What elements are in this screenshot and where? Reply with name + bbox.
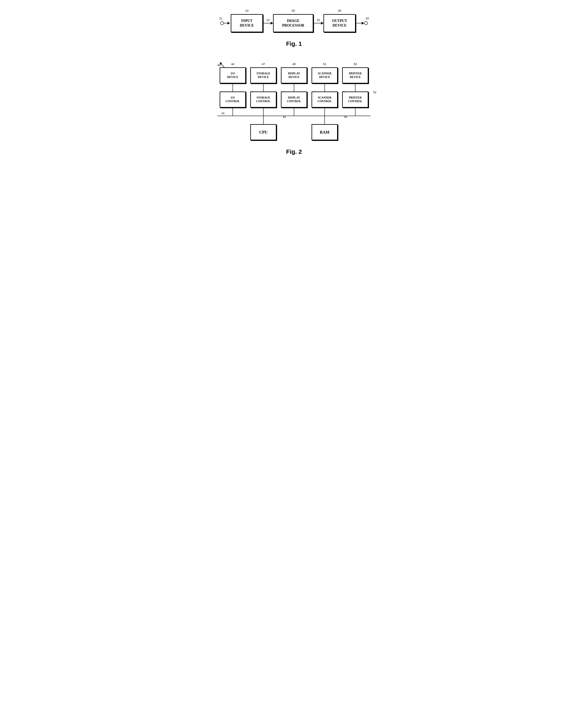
input-signal-circle [220, 21, 224, 25]
scanner-vert-line-bottom [324, 108, 325, 116]
output-device-label: OUTPUT DEVICE [332, 19, 347, 28]
scanner-vert-line-top [324, 83, 325, 91]
printer-device-box: PRINTER DEVICE [342, 67, 368, 83]
cpu-vert-line-top [263, 116, 264, 124]
fig1-caption: Fig. 1 [286, 40, 302, 47]
ref-41: 41 [221, 112, 225, 115]
ref-52: 52 [373, 91, 376, 94]
bus-line [217, 116, 371, 116]
ram-box: RAM [312, 124, 338, 140]
display-control-box: DISPLAY CONTROL [281, 91, 307, 108]
storage-control-box: STORAGE CONTROL [250, 91, 276, 108]
bus-wrapper: 41 [215, 116, 373, 116]
display-device-box: DISPLAY DEVICE [281, 67, 307, 83]
ram-col: 45 RAM [309, 116, 340, 140]
scanner-control-col: SCANNER CONTROL 50 [312, 91, 338, 116]
input-device-box: INPUT DEVICE [231, 14, 263, 32]
image-processor-box: IMAGE PROCESSOR [273, 14, 313, 32]
cpu-col: 42 CPU [248, 116, 279, 140]
ram-vert-line-top [324, 116, 325, 124]
arrow-31-wrapper: 31 [313, 23, 323, 23]
io-control-label: I/O CONTROL [226, 96, 240, 103]
io-vert-line-top [233, 83, 233, 91]
fig2-diagram: 40 44 I/O DEVICE 47 STORAGE DEVICE [215, 59, 373, 140]
figure-1: 11 10 INPUT DEVICE 12 20 IMAGE PROCESSOR [215, 8, 373, 47]
storage-vert-line-top [263, 83, 264, 91]
ref-10: 10 [245, 9, 249, 12]
cpu-box: CPU [250, 124, 276, 140]
cpu-label: CPU [259, 130, 267, 135]
input-device-wrapper: 10 INPUT DEVICE [231, 14, 263, 32]
printer-vert-line-top [355, 83, 355, 91]
input-device-label: INPUT DEVICE [240, 19, 254, 28]
scanner-device-col: 51 SCANNER DEVICE [312, 67, 338, 91]
ref-49: 49 [292, 62, 296, 66]
arrow-31 [313, 23, 323, 23]
display-control-label: DISPLAY CONTROL [287, 96, 301, 103]
figure-2: 40 44 I/O DEVICE 47 STORAGE DEVICE [215, 59, 373, 155]
storage-control-col: STORAGE CONTROL 46 [250, 91, 276, 116]
printer-vert-line-bottom [355, 108, 355, 116]
ref-32: 32 [366, 17, 369, 20]
ref-45: 45 [344, 115, 347, 119]
display-vert-line-top [294, 83, 294, 91]
printer-control-box: PRINTER CONTROL [342, 91, 368, 108]
ref-11: 11 [219, 17, 222, 20]
io-device-label: I/O DEVICE [227, 72, 238, 79]
io-device-box: I/O DEVICE [220, 67, 246, 83]
fig2-control-row: I/O CONTROL 43 STORAGE CONTROL 46 DISPLA… [215, 91, 373, 116]
ref-53: 53 [354, 62, 357, 66]
display-vert-line-bottom [294, 108, 294, 116]
scanner-control-box: SCANNER CONTROL [312, 91, 338, 108]
io-device-col: 44 I/O DEVICE [220, 67, 246, 91]
ref-51: 51 [323, 62, 326, 66]
ref-42: 42 [283, 115, 286, 119]
arrowhead-output [362, 22, 364, 25]
io-control-box: I/O CONTROL [220, 91, 246, 108]
fig2-top-devices-row: 44 I/O DEVICE 47 STORAGE DEVICE 49 DISPL… [215, 67, 373, 91]
arrow-12 [263, 23, 273, 23]
ref-12: 12 [266, 18, 270, 22]
fig2-bottom-row: 42 CPU 45 RAM [215, 116, 373, 140]
ref-47: 47 [262, 62, 265, 66]
image-processor-label: IMAGE PROCESSOR [282, 19, 304, 28]
printer-device-label: PRINTER DEVICE [349, 72, 362, 79]
io-vert-line-bottom [233, 108, 233, 116]
display-device-col: 49 DISPLAY DEVICE [281, 67, 307, 91]
printer-control-label: PRINTER CONTROL [348, 96, 363, 103]
output-signal-circle [364, 21, 368, 25]
fig1-diagram: 11 10 INPUT DEVICE 12 20 IMAGE PROCESSOR [220, 14, 368, 32]
storage-control-label: STORAGE CONTROL [256, 96, 271, 103]
ram-label: RAM [320, 130, 329, 135]
image-processor-wrapper: 20 IMAGE PROCESSOR [273, 14, 313, 32]
output-signal-wrapper: 32 [356, 21, 368, 25]
ref-44: 44 [231, 62, 234, 66]
storage-device-col: 47 STORAGE DEVICE [250, 67, 276, 91]
printer-control-col: PRINTER CONTROL 52 [342, 91, 368, 116]
storage-vert-line-bottom [263, 108, 264, 116]
ref-31: 31 [317, 18, 320, 22]
scanner-device-box: SCANNER DEVICE [312, 67, 338, 83]
ref-20: 20 [292, 9, 295, 12]
scanner-device-label: SCANNER DEVICE [318, 72, 331, 79]
display-control-col: DISPLAY CONTROL 48 [281, 91, 307, 116]
display-device-label: DISPLAY DEVICE [288, 72, 300, 79]
storage-device-label: STORAGE DEVICE [257, 72, 270, 79]
arrow-12-wrapper: 12 [263, 23, 273, 23]
fig2-caption: Fig. 2 [286, 148, 302, 155]
storage-device-box: STORAGE DEVICE [250, 67, 276, 83]
printer-device-col: 53 PRINTER DEVICE [342, 67, 368, 91]
output-device-wrapper: 30 OUTPUT DEVICE [323, 14, 356, 32]
output-device-box: OUTPUT DEVICE [323, 14, 356, 32]
scanner-control-label: SCANNER CONTROL [318, 96, 332, 103]
arrow-input [224, 23, 230, 23]
ref-30: 30 [338, 9, 341, 12]
